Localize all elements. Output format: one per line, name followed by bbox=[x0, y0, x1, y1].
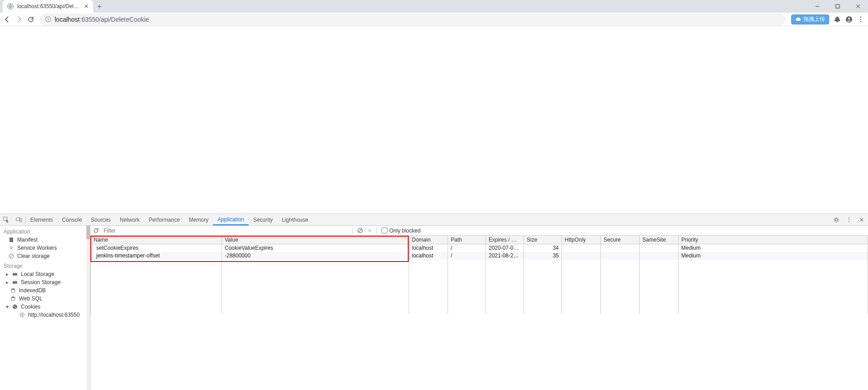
svg-point-30 bbox=[15, 307, 16, 308]
maximize-button[interactable] bbox=[827, 0, 848, 13]
svg-line-34 bbox=[359, 229, 362, 232]
sidebar-item-label: Clear storage bbox=[17, 253, 50, 259]
sidebar-item-service-workers[interactable]: Service Workers bbox=[0, 244, 90, 252]
sidebar-item-session-storage[interactable]: ▸ Session Storage bbox=[2, 278, 90, 286]
svg-rect-12 bbox=[20, 219, 22, 222]
svg-point-6 bbox=[848, 17, 850, 19]
svg-point-29 bbox=[15, 305, 15, 306]
only-blocked-label: Only blocked bbox=[389, 228, 420, 234]
sidebar-item-label: Manifest bbox=[17, 237, 38, 243]
sidebar-item-indexeddb[interactable]: IndexedDB bbox=[2, 286, 90, 295]
address-bar[interactable]: ⓘ localhost:63550/api/DeleteCookie bbox=[40, 14, 786, 25]
devtools-tab-elements[interactable]: Elements bbox=[26, 214, 57, 225]
close-window-button[interactable] bbox=[848, 0, 868, 13]
browser-tab-strip: localhost:63550/api/DeleteCo ✕ ＋ bbox=[0, 0, 868, 13]
table-row-empty bbox=[91, 306, 868, 314]
db-icon bbox=[10, 295, 16, 302]
sidebar-item-label: Cookies bbox=[21, 304, 40, 310]
devtools-panel: Elements Console Sources Network Perform… bbox=[0, 214, 868, 390]
col-name[interactable]: Name bbox=[91, 236, 222, 244]
svg-point-7 bbox=[860, 16, 862, 18]
col-httponly[interactable]: HttpOnly bbox=[562, 236, 601, 244]
devtools-tab-application[interactable]: Application bbox=[213, 214, 249, 225]
sidebar-heading-storage: Storage bbox=[0, 260, 90, 270]
svg-point-15 bbox=[849, 219, 849, 220]
col-expires[interactable]: Expires / Max-A... bbox=[486, 236, 524, 244]
sidebar-item-websql[interactable]: Web SQL bbox=[2, 295, 90, 303]
manifest-icon bbox=[8, 237, 14, 243]
sidebar-item-label: Local Storage bbox=[21, 271, 54, 277]
svg-point-27 bbox=[13, 304, 17, 309]
caret-right-icon: ▸ bbox=[5, 279, 9, 285]
minimize-button[interactable] bbox=[807, 0, 827, 13]
inspect-element-icon[interactable] bbox=[0, 214, 13, 225]
sidebar-heading-application: Application bbox=[0, 226, 90, 236]
table-row[interactable]: jenkins-timestamper-offset -28800000 loc… bbox=[91, 252, 868, 260]
more-icon[interactable] bbox=[843, 217, 855, 223]
devtools-tab-memory[interactable]: Memory bbox=[184, 214, 213, 225]
cookies-table[interactable]: Name Value Domain Path Expires / Max-A..… bbox=[90, 236, 868, 314]
only-blocked-checkbox[interactable] bbox=[382, 228, 387, 233]
sidebar-item-clear-storage[interactable]: Clear storage bbox=[0, 252, 90, 260]
table-row-empty bbox=[91, 290, 868, 298]
browser-tab-active[interactable]: localhost:63550/api/DeleteCo ✕ bbox=[3, 0, 93, 13]
only-blocked-toggle[interactable]: Only blocked bbox=[382, 228, 420, 234]
clear-all-icon[interactable] bbox=[357, 228, 363, 233]
extensions-button[interactable] bbox=[834, 16, 841, 23]
close-icon[interactable]: ✕ bbox=[84, 3, 89, 10]
sidebar-item-local-storage[interactable]: ▸ Local Storage bbox=[2, 270, 90, 278]
svg-point-16 bbox=[849, 221, 849, 222]
svg-rect-11 bbox=[16, 218, 20, 220]
devtools-tab-network[interactable]: Network bbox=[115, 214, 144, 225]
svg-line-20 bbox=[10, 255, 13, 257]
page-viewport bbox=[0, 26, 868, 214]
application-sidebar: Application Manifest Service Workers Cle… bbox=[0, 226, 90, 390]
col-secure[interactable]: Secure bbox=[601, 236, 640, 244]
devtools-tab-console[interactable]: Console bbox=[57, 214, 86, 225]
extension-badge[interactable]: 拖拽上传 bbox=[791, 14, 829, 24]
cookies-filter-input[interactable] bbox=[104, 228, 348, 234]
sidebar-item-label: Service Workers bbox=[17, 245, 57, 251]
menu-button[interactable] bbox=[857, 16, 864, 23]
devtools-tab-security[interactable]: Security bbox=[249, 214, 277, 225]
svg-point-18 bbox=[10, 247, 12, 249]
sidebar-item-manifest[interactable]: Manifest bbox=[0, 236, 90, 244]
devtools-tab-lighthouse[interactable]: Lighthouse bbox=[277, 214, 313, 225]
col-domain[interactable]: Domain bbox=[409, 236, 448, 244]
gear-icon bbox=[8, 245, 14, 251]
new-tab-button[interactable]: ＋ bbox=[93, 0, 106, 13]
devtools-tab-performance[interactable]: Performance bbox=[144, 214, 184, 225]
sidebar-scrollbar[interactable] bbox=[86, 226, 90, 390]
cookies-panel: ✕ Only blocked Name bbox=[90, 226, 868, 390]
table-row-empty bbox=[91, 283, 868, 290]
browser-toolbar: ⓘ localhost:63550/api/DeleteCookie 拖拽上传 bbox=[0, 13, 868, 26]
reload-button[interactable] bbox=[27, 16, 34, 23]
col-size[interactable]: Size bbox=[524, 236, 562, 244]
back-button[interactable] bbox=[4, 16, 11, 23]
svg-point-14 bbox=[849, 217, 849, 218]
caret-down-icon: ▾ bbox=[5, 304, 9, 310]
devtools-tab-sources[interactable]: Sources bbox=[86, 214, 115, 225]
cookies-table-container: Name Value Domain Path Expires / Max-A..… bbox=[90, 236, 868, 390]
device-toolbar-icon[interactable] bbox=[13, 214, 25, 225]
clear-storage-icon bbox=[8, 253, 14, 259]
db-icon bbox=[10, 287, 16, 294]
refresh-icon[interactable] bbox=[93, 228, 99, 233]
forward-button[interactable] bbox=[15, 16, 23, 23]
sidebar-item-cookies[interactable]: ▾ Cookies bbox=[2, 303, 90, 311]
col-path[interactable]: Path bbox=[448, 236, 486, 244]
col-value[interactable]: Value bbox=[222, 236, 409, 244]
profile-button[interactable] bbox=[845, 16, 853, 23]
col-priority[interactable]: Priority bbox=[679, 236, 868, 244]
settings-icon[interactable] bbox=[830, 217, 843, 223]
sidebar-item-cookie-origin[interactable]: http://localhost:63550 bbox=[2, 311, 90, 319]
browser-tab-title: localhost:63550/api/DeleteCo bbox=[17, 3, 80, 10]
site-info-icon[interactable]: ⓘ bbox=[45, 15, 51, 24]
svg-point-9 bbox=[860, 21, 862, 22]
delete-selected-icon[interactable]: ✕ bbox=[368, 228, 372, 234]
window-controls bbox=[807, 0, 868, 13]
close-devtools-icon[interactable]: ✕ bbox=[855, 217, 868, 223]
table-row-empty bbox=[91, 267, 868, 275]
table-row[interactable]: setCookieExpires CookieValueExpires loca… bbox=[91, 244, 868, 252]
col-samesite[interactable]: SameSite bbox=[640, 236, 679, 244]
